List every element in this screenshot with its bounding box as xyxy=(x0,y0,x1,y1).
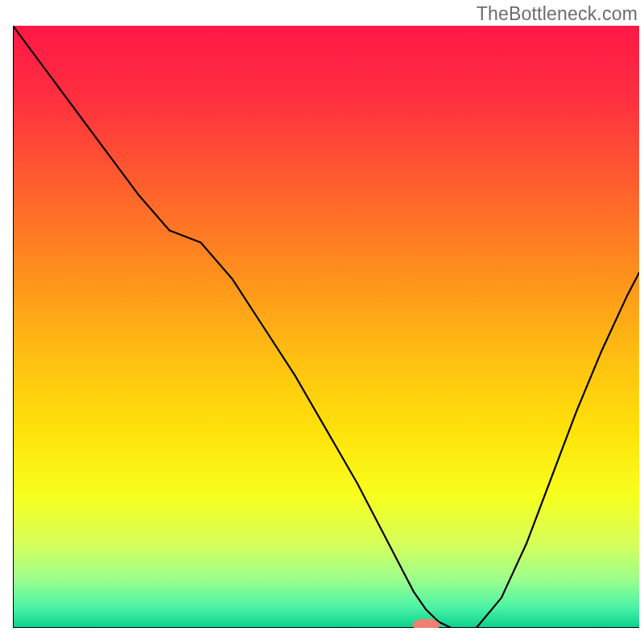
chart-plot-area xyxy=(13,26,639,628)
chart-frame: TheBottleneck.com xyxy=(0,0,644,644)
chart-svg xyxy=(13,26,639,628)
gradient-background xyxy=(13,26,639,628)
watermark-text: TheBottleneck.com xyxy=(477,3,638,25)
